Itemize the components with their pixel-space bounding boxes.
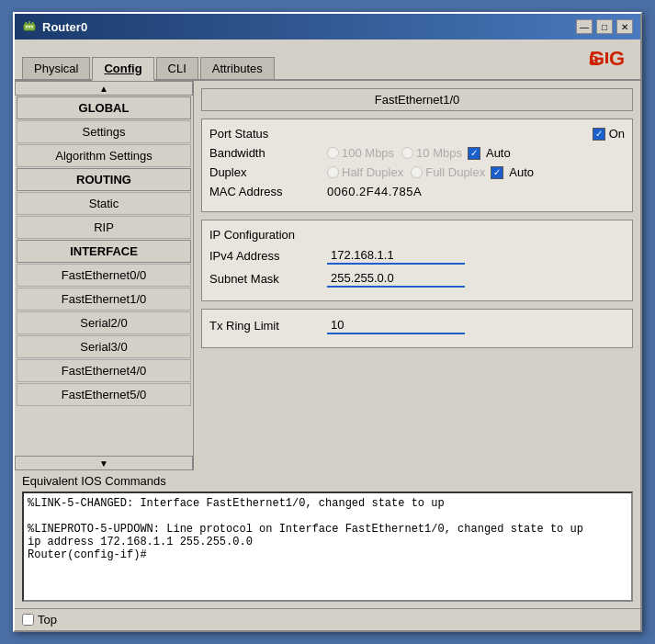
tx-ring-row: Tx Ring Limit	[209, 317, 625, 334]
tab-attributes[interactable]: Attributes	[200, 57, 275, 79]
sidebar-header-interface: INTERFACE	[17, 240, 191, 263]
main-window: Router0 — □ ✕ Physical Config CLI Attrib…	[13, 12, 642, 632]
tab-config[interactable]: Config	[92, 57, 153, 81]
duplex-row: Duplex Half Duplex Full Duplex	[209, 165, 625, 179]
duplex-half-option[interactable]: Half Duplex	[327, 165, 403, 179]
svg-line-4	[26, 22, 27, 24]
subnet-row: Subnet Mask	[209, 270, 625, 288]
ip-config-section: IP Configuration IPv4 Address Subnet Mas…	[201, 220, 633, 301]
svg-text:G: G	[589, 47, 604, 70]
mac-address-label: MAC Address	[209, 185, 320, 198]
svg-point-1	[26, 26, 28, 28]
svg-text:G: G	[609, 47, 625, 70]
router-icon	[22, 19, 37, 34]
top-checkbox[interactable]	[22, 614, 34, 626]
panel-title: FastEthernet1/0	[201, 88, 633, 111]
top-label: Top	[38, 613, 57, 627]
port-status-row: Port Status On	[209, 127, 625, 141]
duplex-full-label: Full Duplex	[425, 165, 485, 179]
bandwidth-radio-group: 100 Mbps 10 Mbps	[327, 146, 462, 160]
svg-line-6	[32, 22, 33, 24]
duplex-auto-label: Auto	[509, 165, 534, 179]
port-settings-section: Port Status On Bandwidth 100 Mbps	[201, 119, 633, 212]
sidebar-item-fastethernet00[interactable]: FastEthernet0/0	[17, 264, 191, 287]
mac-address-row: MAC Address 0060.2F44.785A	[209, 185, 625, 198]
minimize-button[interactable]: —	[576, 19, 593, 34]
duplex-full-radio[interactable]	[411, 166, 423, 178]
bandwidth-auto-label: Auto	[486, 146, 511, 160]
subnet-label: Subnet Mask	[209, 272, 320, 286]
title-bar-left: Router0	[22, 19, 87, 34]
bandwidth-100mbps-label: 100 Mbps	[342, 146, 394, 160]
bandwidth-10mbps-option[interactable]: 10 Mbps	[401, 146, 462, 160]
sidebar: ▲ GLOBAL Settings Algorithm Settings ROU…	[15, 81, 194, 470]
duplex-label: Duplex	[209, 165, 320, 179]
svg-point-3	[31, 26, 33, 28]
bottom-bar: Top	[15, 608, 640, 630]
tab-cli[interactable]: CLI	[156, 57, 198, 79]
duplex-full-option[interactable]: Full Duplex	[411, 165, 485, 179]
subnet-input[interactable]	[327, 270, 465, 288]
bandwidth-10mbps-label: 10 Mbps	[416, 146, 462, 160]
sidebar-item-fastethernet50[interactable]: FastEthernet5/0	[17, 383, 191, 406]
ios-console-textarea[interactable]	[22, 491, 633, 602]
port-status-checkbox[interactable]	[593, 128, 605, 141]
sidebar-item-fastethernet40[interactable]: FastEthernet4/0	[17, 359, 191, 382]
title-bar: Router0 — □ ✕	[15, 14, 640, 40]
ipv4-label: IPv4 Address	[209, 249, 320, 263]
tx-ring-label: Tx Ring Limit	[209, 319, 320, 333]
sidebar-item-serial20[interactable]: Serial2/0	[17, 311, 191, 334]
tab-physical[interactable]: Physical	[22, 57, 90, 79]
sidebar-item-algorithm-settings[interactable]: Algorithm Settings	[17, 144, 191, 167]
sidebar-item-static[interactable]: Static	[17, 192, 191, 215]
title-buttons: — □ ✕	[576, 19, 633, 34]
ip-config-title: IP Configuration	[209, 228, 625, 242]
ipv4-input[interactable]	[327, 247, 465, 265]
main-panel: FastEthernet1/0 Port Status On Bandwidth	[194, 81, 640, 470]
bandwidth-100mbps-option[interactable]: 100 Mbps	[327, 146, 394, 160]
sidebar-item-fastethernet10[interactable]: FastEthernet1/0	[17, 288, 191, 311]
tab-bar: Physical Config CLI Attributes ã G G	[15, 40, 640, 81]
duplex-radio-group: Half Duplex Full Duplex	[327, 165, 485, 179]
duplex-auto-checkbox[interactable]	[491, 166, 503, 179]
close-button[interactable]: ✕	[616, 19, 633, 34]
scroll-up-button[interactable]: ▲	[15, 81, 193, 96]
sidebar-item-settings[interactable]: Settings	[17, 120, 191, 143]
svg-rect-9	[605, 52, 608, 63]
bandwidth-label: Bandwidth	[209, 146, 320, 160]
ipv4-row: IPv4 Address	[209, 247, 625, 265]
mac-address-value: 0060.2F44.785A	[327, 185, 422, 198]
svg-point-2	[28, 26, 30, 28]
port-status-on-label: On	[609, 127, 625, 141]
duplex-half-radio[interactable]	[327, 166, 339, 178]
bandwidth-10mbps-radio[interactable]	[401, 147, 413, 159]
window-title: Router0	[42, 20, 87, 34]
geeksforgeeks-logo: ã G G	[587, 43, 633, 79]
bandwidth-auto-checkbox[interactable]	[468, 147, 480, 160]
port-status-label: Port Status	[209, 127, 320, 141]
ios-console-section: Equivalent IOS Commands	[15, 470, 640, 608]
tx-section: Tx Ring Limit	[201, 309, 633, 348]
content-area: ▲ GLOBAL Settings Algorithm Settings ROU…	[15, 81, 640, 470]
sidebar-header-routing: ROUTING	[17, 168, 191, 191]
top-checkbox-row: Top	[22, 613, 57, 627]
sidebar-item-rip[interactable]: RIP	[17, 216, 191, 239]
scroll-down-button[interactable]: ▼	[15, 456, 193, 470]
tx-ring-input[interactable]	[327, 317, 465, 334]
maximize-button[interactable]: □	[596, 19, 613, 34]
sidebar-items: GLOBAL Settings Algorithm Settings ROUTI…	[15, 96, 193, 456]
sidebar-item-serial30[interactable]: Serial3/0	[17, 335, 191, 358]
bandwidth-100mbps-radio[interactable]	[327, 147, 339, 159]
bandwidth-row: Bandwidth 100 Mbps 10 Mbps	[209, 146, 625, 160]
equiv-title: Equivalent IOS Commands	[22, 474, 633, 488]
duplex-half-label: Half Duplex	[342, 165, 403, 179]
sidebar-header-global: GLOBAL	[17, 96, 191, 119]
